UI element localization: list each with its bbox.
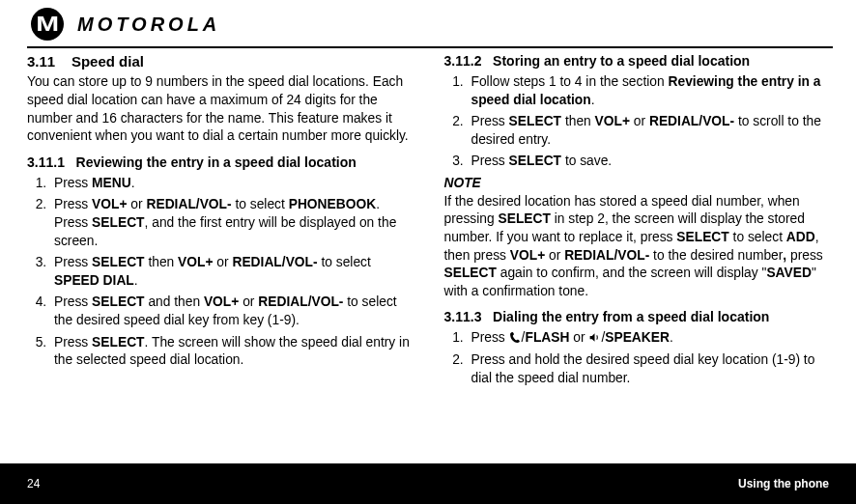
subsection-number: 3.11.2 bbox=[444, 53, 482, 69]
dial-steps: Press /FLASH or /SPEAKER. Press and hold… bbox=[444, 329, 834, 387]
subsection-title: Reviewing the entry in a speed dial loca… bbox=[76, 154, 357, 170]
subsection-number: 3.11.3 bbox=[444, 309, 482, 324]
list-item: Press MENU. bbox=[50, 175, 416, 193]
subsection-title: Dialing the entry from a speed dial loca… bbox=[493, 309, 769, 324]
list-item: Press SELECT. The screen will show the s… bbox=[50, 334, 416, 370]
manual-page: M MOTOROLA 3.11 Speed dial You can store… bbox=[0, 0, 856, 504]
subsection-number: 3.11.1 bbox=[27, 154, 65, 170]
section-intro: You can store up to 9 numbers in the spe… bbox=[27, 73, 416, 146]
left-column: 3.11 Speed dial You can store up to 9 nu… bbox=[27, 52, 430, 450]
list-item: Press SELECT then VOL+ or REDIAL/VOL- to… bbox=[468, 113, 834, 149]
page-footer: 24 Using the phone bbox=[0, 463, 856, 504]
list-item: Press and hold the desired speed dial ke… bbox=[468, 351, 834, 387]
list-item: Press SELECT then VOL+ or REDIAL/VOL- to… bbox=[50, 254, 416, 290]
store-steps: Follow steps 1 to 4 in the section Revie… bbox=[444, 73, 834, 171]
list-item: Press VOL+ or REDIAL/VOL- to select PHON… bbox=[50, 196, 416, 250]
subsection-title: Storing an entry to a speed dial locatio… bbox=[493, 53, 750, 69]
subsection-heading-2: 3.11.2 Storing an entry to a speed dial … bbox=[444, 52, 834, 70]
brand-header: M MOTOROLA bbox=[31, 6, 825, 42]
list-item: Press SELECT to save. bbox=[468, 153, 834, 171]
list-item: Follow steps 1 to 4 in the section Revie… bbox=[468, 73, 834, 109]
page-number: 24 bbox=[27, 477, 40, 490]
subsection-heading-3: 3.11.3 Dialing the entry from a speed di… bbox=[444, 308, 834, 326]
list-item: Press SELECT and then VOL+ or REDIAL/VOL… bbox=[50, 294, 416, 329]
note-block: NOTE If the desired location has stored … bbox=[444, 175, 834, 300]
section-number: 3.11 bbox=[27, 53, 55, 70]
handset-icon bbox=[509, 330, 522, 345]
note-label: NOTE bbox=[444, 176, 481, 190]
right-column: 3.11.2 Storing an entry to a speed dial … bbox=[430, 52, 834, 450]
review-steps: Press MENU. Press VOL+ or REDIAL/VOL- to… bbox=[27, 175, 416, 370]
content-columns: 3.11 Speed dial You can store up to 9 nu… bbox=[27, 52, 833, 450]
page-sheet: M MOTOROLA 3.11 Speed dial You can store… bbox=[0, 0, 856, 463]
list-item: Press /FLASH or /SPEAKER. bbox=[468, 329, 834, 348]
footer-section-label: Using the phone bbox=[738, 477, 829, 490]
header-rule bbox=[27, 46, 833, 48]
subsection-heading-1: 3.11.1 Reviewing the entry in a speed di… bbox=[27, 154, 416, 172]
brand-name: MOTOROLA bbox=[77, 14, 220, 36]
section-heading: 3.11 Speed dial bbox=[27, 52, 416, 71]
speaker-icon bbox=[588, 330, 601, 345]
section-title: Speed dial bbox=[71, 53, 144, 70]
motorola-logo-icon: M bbox=[31, 8, 64, 41]
